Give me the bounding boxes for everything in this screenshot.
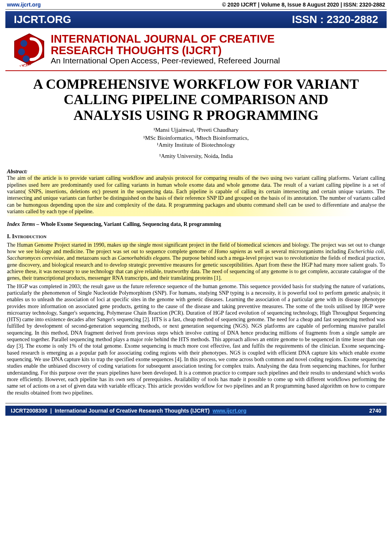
paper-id: IJCRT2008309 xyxy=(11,408,47,414)
species-s-cerevisiae: Saccharomyces cerevisiae xyxy=(7,255,64,261)
journal-banner: IJCRT INTERNATIONAL JOURNAL OF CREATIVE … xyxy=(5,28,387,69)
paper-title-l2: CALLING PIPELINE COMPARISON AND xyxy=(10,92,382,107)
footer-journal-name: International Journal of Creative Resear… xyxy=(55,408,209,414)
section-number: I. xyxy=(7,233,11,239)
intro-paragraph-2: The HGP was completed in 2003; the resul… xyxy=(7,283,385,396)
affiliation-2: ¹Amity Institute of Biotechnology xyxy=(0,142,392,148)
footer-bar: IJCRT2008309 | International Journal of … xyxy=(5,406,387,416)
intro-p1-seg-b: as well as several microorganisms includ… xyxy=(246,248,348,254)
footer-rule xyxy=(5,403,387,403)
index-terms-prefix: Index Terms – xyxy=(7,221,40,227)
top-bar: www.ijcrt.org © 2020 IJCRT | Volume 8, I… xyxy=(0,0,392,9)
authors: ¹Mansi Ujjainwal, ²Preeti Chaudhary xyxy=(0,127,392,133)
svg-point-0 xyxy=(20,40,27,47)
abstract-heading: Abstract: xyxy=(7,168,385,175)
intro-p1-seg-c: , xyxy=(384,248,385,254)
species-homo-sapiens: Homo sapiens xyxy=(214,248,246,254)
paper-title-l3: ANALYSIS USING R PROGRAMMING xyxy=(10,108,382,123)
svg-point-1 xyxy=(18,48,25,55)
top-rule xyxy=(5,9,387,10)
org-name: IJCRT.ORG xyxy=(14,13,71,26)
section-heading-intro: I. Introduction xyxy=(7,233,385,240)
intro-body: The Human Genome Project started in 1990… xyxy=(7,242,385,396)
affiliation-1: ¹MSc Bioinformatics, ²Mtech Bioinformati… xyxy=(0,135,392,141)
journal-title-block: INTERNATIONAL JOURNAL OF CREATIVE RESEAR… xyxy=(48,33,280,66)
issue-info: © 2020 IJCRT | Volume 8, Issue 8 August … xyxy=(222,2,385,8)
index-terms-keywords: Whole Exome Sequencing, Variant Calling,… xyxy=(40,221,221,227)
journal-title-line2: RESEARCH THOUGHTS (IJCRT) xyxy=(51,45,280,56)
journal-logo-icon: IJCRT xyxy=(10,32,48,66)
issn-label: ISSN : 2320-2882 xyxy=(292,13,378,26)
svg-point-2 xyxy=(23,55,30,62)
section-title: Introduction xyxy=(12,233,47,239)
paper-title-l1: A COMPREHENSIVE WORKFLOW FOR VARIANT xyxy=(10,76,382,92)
org-banner: IJCRT.ORG ISSN : 2320-2882 xyxy=(5,11,387,28)
page-number: 2740 xyxy=(369,408,381,414)
red-divider xyxy=(5,70,387,71)
affiliation-3: ¹Amity University, Noida, India xyxy=(0,153,392,159)
index-terms: Index Terms – Whole Exome Sequencing, Va… xyxy=(7,221,385,227)
journal-title-line1: INTERNATIONAL JOURNAL OF CREATIVE xyxy=(51,33,280,45)
abstract-body: The aim of the article is to provide var… xyxy=(7,175,385,216)
paper-title: A COMPREHENSIVE WORKFLOW FOR VARIANT CAL… xyxy=(10,76,382,123)
footer-left: IJCRT2008309 | International Journal of … xyxy=(11,408,246,414)
species-c-elegans: Caenorhabtidis elegans. xyxy=(118,255,171,261)
journal-subtitle: An International Open Access, Peer-revie… xyxy=(51,56,280,65)
species-e-coli: Escherichia coli xyxy=(348,248,384,254)
intro-paragraph-1: The Human Genome Project started in 1990… xyxy=(7,242,385,282)
intro-p1-seg-d: , and metazoans such as xyxy=(64,255,118,261)
footer-link[interactable]: www.ijcrt.org xyxy=(213,408,246,414)
site-link[interactable]: www.ijcrt.org xyxy=(7,2,41,8)
abstract-text: The aim of the article is to provide var… xyxy=(7,175,385,215)
